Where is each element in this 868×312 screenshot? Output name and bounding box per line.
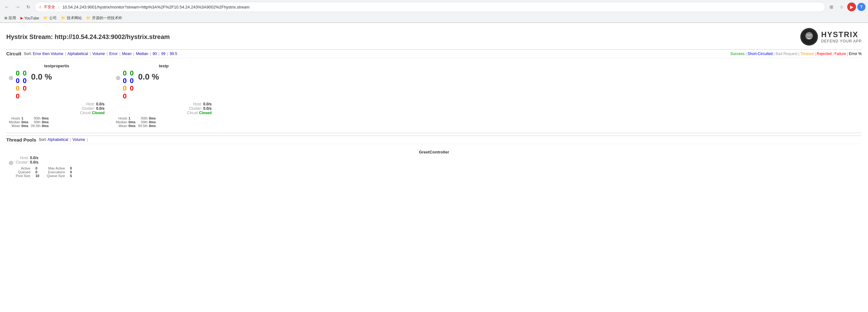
forward-button[interactable]: → bbox=[13, 2, 22, 11]
thread-pools-title: Thread Pools bbox=[6, 137, 36, 142]
tp-sort-label: Sort: bbox=[39, 137, 46, 142]
stats-labels-0: Hosts Median Mean bbox=[9, 116, 20, 128]
tp-sort-alphabetical[interactable]: Alphabetical bbox=[48, 137, 68, 142]
tp-rates-0: Host: 0.0/s Cluster: 0.0/s bbox=[16, 156, 38, 165]
bookmark-company[interactable]: 📁 公司 bbox=[41, 15, 59, 22]
sort-error[interactable]: Error bbox=[109, 51, 118, 56]
circuit-card-0-rates: Host: 0.0/s Cluster: 0.0/s Circuit Close… bbox=[9, 102, 104, 115]
hystrix-mascot-svg bbox=[801, 29, 817, 45]
hystrix-logo-image bbox=[800, 28, 818, 45]
back-button[interactable]: ← bbox=[2, 2, 11, 11]
bookmark-youtube-label: YouTube bbox=[24, 16, 39, 21]
pct99-5-1: 0ms bbox=[149, 124, 156, 128]
stats-labels-1: Hosts Median Mean bbox=[116, 116, 127, 128]
bookmark-company-label: 公司 bbox=[49, 15, 57, 21]
cluster-rate-row-1: Cluster: 0.0/s bbox=[116, 106, 212, 111]
cluster-rate-1: 0.0/s bbox=[203, 106, 212, 111]
circuit-card-1-rates: Host: 0.0/s Cluster: 0.0/s Circuit Close… bbox=[116, 102, 212, 115]
legend-short-circuited: Short-Circuited bbox=[747, 51, 773, 56]
circuit-card-1: testp 0 0 0 0 0 0 0 bbox=[113, 61, 214, 130]
circuit-title: Circuit bbox=[6, 51, 22, 56]
tp-pool-size-0: 10 bbox=[35, 174, 39, 178]
circuit-status-1: Closed bbox=[199, 111, 212, 115]
tp-host-rate-0: 0.0/s bbox=[30, 156, 38, 160]
circuit-card-0-numbers-right: 0 0 0 bbox=[23, 70, 27, 93]
circuit-section-header: Circuit Sort: Error then Volume | Alphab… bbox=[6, 49, 862, 58]
tp-cluster-row-0: Cluster: 0.0/s bbox=[16, 160, 38, 165]
hystrix-logo-text: HYSTRIX Defend Your App bbox=[821, 30, 862, 43]
num-short-0: 0 bbox=[16, 77, 20, 84]
tp-stats-0: Active Queued Pool Size 0 0 10 Max Activ… bbox=[16, 166, 859, 178]
host-rate-0: 0.0/s bbox=[96, 102, 104, 106]
bookmark-opensource-label: 开源的一些技术炸 bbox=[92, 15, 122, 21]
stats-pct-labels-0: 90th 99th 99.5th bbox=[31, 116, 41, 128]
num-timeout-1: 0 bbox=[123, 84, 127, 92]
bookmark-button[interactable]: ☆ bbox=[837, 2, 846, 11]
circuit-status-row-1: Circuit Closed bbox=[116, 111, 212, 115]
profile-avatar[interactable]: T bbox=[857, 3, 866, 11]
mean-0: 0ms bbox=[22, 124, 28, 128]
sort-90[interactable]: 90 bbox=[153, 51, 157, 56]
stats-pct-vals-1: 0ms 0ms 0ms bbox=[149, 116, 156, 128]
bookmark-tech-label: 技术网站 bbox=[67, 15, 82, 21]
circuit-card-1-numbers-left: 0 0 0 0 bbox=[123, 70, 127, 100]
bookmark-opensource[interactable]: 📁 开源的一些技术炸 bbox=[84, 15, 124, 22]
circuit-card-0-percent: 0.0 % bbox=[31, 72, 52, 82]
url-text: 10.54.24.243:9001/hystrix/monitor?stream… bbox=[62, 5, 249, 9]
folder-icon-1: 📁 bbox=[43, 16, 48, 20]
tp-max-active-0: 0 bbox=[70, 166, 72, 170]
sort-median[interactable]: Median bbox=[136, 51, 148, 56]
circuit-card-0-main: 0 0 0 0 0 0 0 0.0 % bbox=[9, 70, 104, 100]
circuit-legend: Success | Short-Circuited | Bad Request … bbox=[731, 51, 862, 56]
thread-pools-section: Thread Pools Sort: Alphabetical | Volume… bbox=[6, 136, 862, 180]
bookmark-youtube[interactable]: ▶ YouTube bbox=[19, 15, 41, 21]
circuit-card-1-stats: Hosts Median Mean 1 0ms 0ms 90th 99th 99… bbox=[116, 116, 212, 128]
circuit-card-0-title: testpropertis bbox=[9, 64, 104, 68]
num-right3-1: 0 bbox=[130, 84, 133, 92]
circuit-status-row-0: Circuit Closed bbox=[9, 111, 104, 115]
translate-button[interactable]: ⊞ bbox=[827, 2, 836, 11]
circuit-card-1-title: testp bbox=[116, 64, 212, 68]
stats-pct-labels-1: 90th 99th 99.5th bbox=[138, 116, 148, 128]
sort-mean[interactable]: Mean bbox=[122, 51, 132, 56]
circuit-card-1-indicator bbox=[116, 76, 120, 80]
apps-icon: ⊞ bbox=[4, 16, 7, 20]
sort-99[interactable]: 99 bbox=[161, 51, 165, 56]
toolbar-icons: ⊞ ☆ ▶ T bbox=[827, 2, 866, 11]
circuit-card-0-numbers-left: 0 0 0 0 bbox=[16, 70, 20, 100]
folder-icon-2: 📁 bbox=[61, 16, 65, 20]
sort-99-5[interactable]: 99.5 bbox=[170, 51, 177, 56]
num-timeout-0: 0 bbox=[16, 84, 20, 92]
circuit-status-0: Closed bbox=[92, 111, 104, 115]
pct99-1: 0ms bbox=[149, 120, 156, 124]
sort-error-volume[interactable]: Error then Volume bbox=[33, 51, 63, 56]
circuit-card-1-percent: 0.0 % bbox=[138, 72, 159, 82]
mean-1: 0ms bbox=[128, 124, 135, 128]
cluster-rate-0: 0.0/s bbox=[96, 106, 104, 111]
num-rejected-0: 0 bbox=[16, 93, 20, 100]
pct90-0: 0ms bbox=[42, 116, 49, 120]
thread-pools-section-header: Thread Pools Sort: Alphabetical | Volume… bbox=[6, 136, 862, 144]
pct90-1: 0ms bbox=[149, 116, 156, 120]
sort-alphabetical[interactable]: Alphabetical bbox=[67, 51, 88, 56]
tp-sort-volume[interactable]: Volume bbox=[72, 137, 85, 142]
bookmark-apps-label: 应用 bbox=[8, 15, 16, 21]
circuit-card-0-stats: Hosts Median Mean 1 0ms 0ms 90th 99th 99… bbox=[9, 116, 104, 128]
num-right2-1: 0 bbox=[130, 77, 133, 84]
legend-error-pct: Error % bbox=[849, 51, 862, 56]
tp-stat-vals-left-0: 0 0 10 bbox=[35, 166, 39, 178]
stats-col1-1: 1 0ms 0ms bbox=[128, 116, 135, 128]
page-header: Hystrix Stream: http://10.54.24.243:9002… bbox=[6, 28, 862, 45]
bookmark-apps[interactable]: ⊞ 应用 bbox=[2, 15, 18, 22]
host-rate-row-0: Host: 0.0/s bbox=[9, 102, 104, 106]
address-bar[interactable]: ⚠ 不安全 | 10.54.24.243:9001/hystrix/monito… bbox=[35, 2, 825, 12]
reload-button[interactable]: ↻ bbox=[24, 2, 33, 11]
sort-volume[interactable]: Volume bbox=[92, 51, 105, 56]
pct99-5-0: 0ms bbox=[42, 124, 49, 128]
median-1: 0ms bbox=[128, 120, 135, 124]
tp-cluster-rate-0: 0.0/s bbox=[30, 160, 38, 165]
pct99-0: 0ms bbox=[42, 120, 49, 124]
bookmark-tech[interactable]: 📁 技术网站 bbox=[59, 15, 84, 22]
num-right2-0: 0 bbox=[23, 77, 27, 84]
extension-button[interactable]: ▶ bbox=[847, 2, 856, 11]
